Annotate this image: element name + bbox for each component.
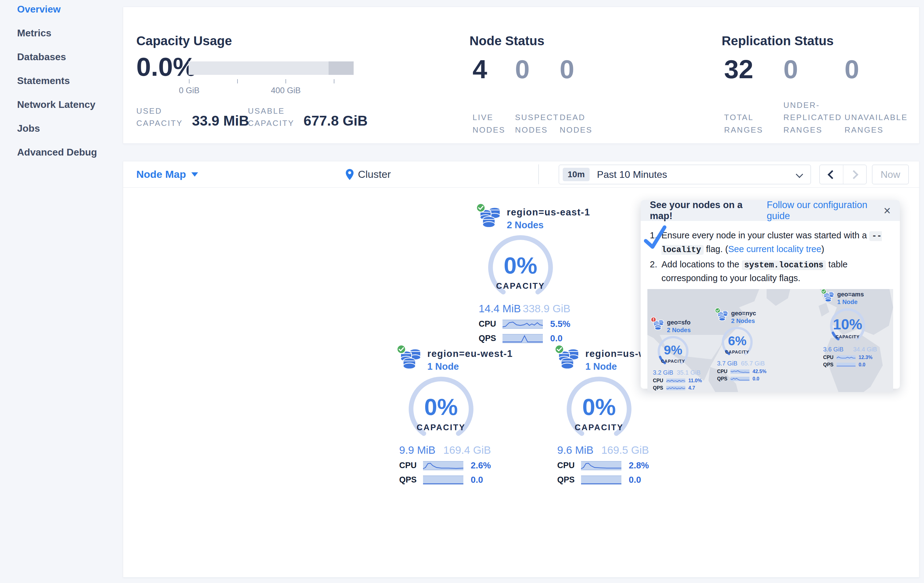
qps-label: QPS xyxy=(717,376,731,382)
map-cluster-total: 35.1 GiB xyxy=(677,369,701,376)
qps-value: 4.7 xyxy=(688,385,695,391)
map-cluster-sfo[interactable]: geo=sfo 2 Nodes 9% CAPACITY 3.2 GiB 35.1… xyxy=(653,319,708,391)
capacity-gauge: 10% CAPACITY xyxy=(823,306,872,345)
map-cluster-nyc[interactable]: geo=nyc 2 Nodes 6% CAPACITY 3.7 GiB 65.7… xyxy=(717,310,772,382)
cluster-total-capacity: 169.4 GiB xyxy=(443,444,491,456)
usable-capacity-label: USABLE CAPACITY xyxy=(248,105,294,130)
qps-sparkline xyxy=(837,363,856,367)
cluster-locality-label: region=eu-west-1 xyxy=(427,348,513,359)
qps-label: QPS xyxy=(557,475,581,484)
capacity-gauge: 0% CAPACITY xyxy=(400,375,482,443)
total-ranges-label: TOTAL RANGES xyxy=(724,111,763,136)
sidebar-item-databases[interactable]: Databases xyxy=(17,51,122,63)
sidebar-item-jobs[interactable]: Jobs xyxy=(17,123,122,134)
tooltip-title: See your nodes on a map! xyxy=(650,199,759,222)
capacity-gauge-label: CAPACITY xyxy=(653,359,693,364)
capacity-bar xyxy=(188,61,354,75)
capacity-bar-dark-segment xyxy=(328,61,354,75)
capacity-gauge: 0% CAPACITY xyxy=(479,233,562,302)
next-interval-button[interactable] xyxy=(843,165,866,184)
system-locations-code: system.locations xyxy=(742,260,826,270)
replication-status-title: Replication Status xyxy=(722,34,833,48)
map-cluster-ams[interactable]: geo=ams 1 Node 10% CAPACITY 3.6 GiB 34.4… xyxy=(823,291,878,367)
node-status-title: Node Status xyxy=(470,34,544,48)
dead-nodes-value: 0 xyxy=(560,56,599,82)
sidebar-item-network-latency[interactable]: Network Latency xyxy=(17,99,122,110)
cluster-eu-west-1[interactable]: region=eu-west-1 1 Node 0% CAPACITY 9.9 … xyxy=(399,347,503,485)
cpu-label: CPU xyxy=(478,319,503,329)
view-mode-dropdown[interactable]: Node Map xyxy=(136,161,198,187)
cpu-sparkline xyxy=(667,379,685,383)
healthy-status-icon xyxy=(554,344,564,354)
cpu-value: 12.3% xyxy=(859,355,872,360)
live-nodes-metric: 4 LIVE NODES xyxy=(472,56,512,136)
capacity-gauge-label: CAPACITY xyxy=(479,282,562,291)
step-text: flag. ( xyxy=(704,244,728,254)
cluster-us-east-1[interactable]: region=us-east-1 2 Nodes 0% CAPACITY 14.… xyxy=(478,206,582,343)
live-nodes-label: LIVE NODES xyxy=(472,111,505,136)
cluster-used-capacity: 9.9 MiB xyxy=(399,444,436,456)
sidebar-item-metrics[interactable]: Metrics xyxy=(17,28,122,39)
cpu-value: 2.8% xyxy=(629,461,649,471)
qps-label: QPS xyxy=(653,385,667,391)
sidebar-item-advanced-debug[interactable]: Advanced Debug xyxy=(17,147,122,158)
cpu-label: CPU xyxy=(823,355,837,360)
qps-value: 0.0 xyxy=(752,376,759,382)
now-button[interactable]: Now xyxy=(872,165,909,184)
used-capacity-label: USED CAPACITY xyxy=(136,105,183,130)
capacity-tick xyxy=(189,79,190,83)
sidebar-item-overview[interactable]: Overview xyxy=(17,4,122,15)
map-cluster-total: 34.4 GiB xyxy=(853,346,877,353)
cluster-total-capacity: 338.9 GiB xyxy=(523,303,570,315)
qps-label: QPS xyxy=(399,475,423,484)
cluster-used-capacity: 9.6 MiB xyxy=(557,444,594,456)
capacity-gauge-percent: 6% xyxy=(717,334,757,348)
cpu-label: CPU xyxy=(717,369,731,374)
capacity-gauge-label: CAPACITY xyxy=(823,334,872,339)
total-ranges-value: 32 xyxy=(724,56,770,82)
cluster-nodes-link[interactable]: 2 Nodes xyxy=(507,220,590,231)
used-capacity-value: 33.9 MiB xyxy=(192,112,249,129)
healthy-status-icon xyxy=(475,203,486,213)
breadcrumb[interactable]: Cluster xyxy=(346,161,391,187)
used-capacity: USED CAPACITY 33.9 MiB xyxy=(136,105,249,130)
tooltip-steps: 1. Ensure every node in your cluster was… xyxy=(641,221,900,285)
sidebar-item-statements[interactable]: Statements xyxy=(17,75,122,86)
suspect-nodes-label: SUSPECT NODES xyxy=(515,111,559,136)
map-cluster-locality: geo=ams xyxy=(837,291,864,298)
prev-interval-button[interactable] xyxy=(820,165,843,184)
capacity-usage-title: Capacity Usage xyxy=(136,34,232,48)
qps-value: 0.0 xyxy=(859,362,865,367)
dead-nodes-metric: 0 DEAD NODES xyxy=(560,56,599,136)
usable-capacity: USABLE CAPACITY 677.8 GiB xyxy=(248,105,368,130)
close-icon[interactable]: × xyxy=(884,204,891,217)
step-text: Ensure every node in your cluster was st… xyxy=(662,231,869,240)
qps-value: 0.0 xyxy=(629,475,641,485)
unavailable-ranges-metric: 0 UNAVAILABLE RANGES xyxy=(845,56,899,136)
capacity-gauge-label: CAPACITY xyxy=(558,423,640,432)
time-range-dropdown[interactable]: 10m Past 10 Minutes xyxy=(559,165,811,184)
map-cluster-locality: geo=nyc xyxy=(731,310,756,317)
capacity-gauge: 6% CAPACITY xyxy=(717,325,757,359)
dead-nodes-label: DEAD NODES xyxy=(560,111,592,136)
chevron-right-icon xyxy=(849,170,858,179)
map-cluster-used: 3.7 GiB xyxy=(717,360,738,367)
step-text: Add locations to the xyxy=(662,259,742,269)
time-pager xyxy=(820,165,866,184)
step-text: ) xyxy=(821,244,824,254)
capacity-gauge-label: CAPACITY xyxy=(400,423,482,432)
qps-sparkline xyxy=(503,334,543,343)
total-ranges-metric: 32 TOTAL RANGES xyxy=(724,56,770,136)
cluster-nodes-link[interactable]: 1 Node xyxy=(427,361,513,372)
capacity-gauge-percent: 10% xyxy=(823,316,872,333)
locality-tree-link[interactable]: See current locality tree xyxy=(728,244,821,254)
configuration-guide-link[interactable]: Follow our configuration guide xyxy=(767,199,884,222)
map-cluster-used: 3.2 GiB xyxy=(653,369,673,376)
qps-sparkline xyxy=(581,476,621,484)
chevron-down-icon xyxy=(795,171,803,178)
node-map-toolbar: Node Map Cluster 10m Past 10 Minutes Now xyxy=(123,161,919,188)
cpu-sparkline xyxy=(837,355,856,360)
error-status-icon xyxy=(650,316,657,323)
suspect-nodes-value: 0 xyxy=(515,56,558,82)
cpu-sparkline xyxy=(731,369,749,374)
